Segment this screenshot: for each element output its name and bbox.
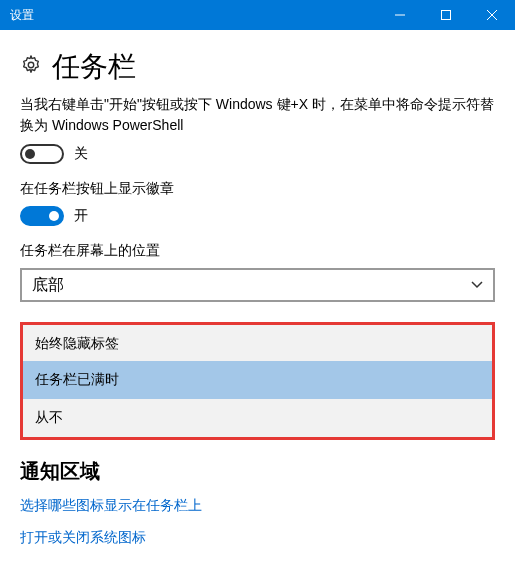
toggle-label: 开 <box>74 207 88 225</box>
combo-option[interactable]: 任务栏已满时 <box>23 361 492 399</box>
gear-icon <box>20 54 42 80</box>
position-dropdown[interactable]: 底部 <box>20 268 495 302</box>
chevron-down-icon <box>471 276 483 294</box>
powershell-desc: 当我右键单击"开始"按钮或按下 Windows 键+X 时，在菜单中将命令提示符… <box>20 94 495 136</box>
window-title: 设置 <box>0 7 377 24</box>
svg-rect-1 <box>442 11 451 20</box>
page-title: 任务栏 <box>52 48 136 86</box>
close-button[interactable] <box>469 0 515 30</box>
badge-toggle-row: 开 <box>20 206 495 226</box>
combine-buttons-dropdown-open: 始终隐藏标签 任务栏已满时 从不 <box>20 322 495 440</box>
combo-header[interactable]: 始终隐藏标签 <box>23 325 492 361</box>
badge-toggle[interactable] <box>20 206 64 226</box>
notification-section-title: 通知区域 <box>20 458 495 485</box>
toggle-label: 关 <box>74 145 88 163</box>
position-label: 任务栏在屏幕上的位置 <box>20 242 495 260</box>
page-header: 任务栏 <box>20 48 495 86</box>
powershell-toggle-row: 关 <box>20 144 495 164</box>
svg-point-4 <box>28 62 34 68</box>
maximize-button[interactable] <box>423 0 469 30</box>
choose-icons-link[interactable]: 选择哪些图标显示在任务栏上 <box>20 497 495 515</box>
system-icons-link[interactable]: 打开或关闭系统图标 <box>20 529 495 547</box>
badge-desc: 在任务栏按钮上显示徽章 <box>20 180 495 198</box>
minimize-button[interactable] <box>377 0 423 30</box>
powershell-toggle[interactable] <box>20 144 64 164</box>
dropdown-value: 底部 <box>32 275 64 296</box>
titlebar: 设置 <box>0 0 515 30</box>
content: 任务栏 当我右键单击"开始"按钮或按下 Windows 键+X 时，在菜单中将命… <box>0 30 515 547</box>
combo-option[interactable]: 从不 <box>23 399 492 437</box>
